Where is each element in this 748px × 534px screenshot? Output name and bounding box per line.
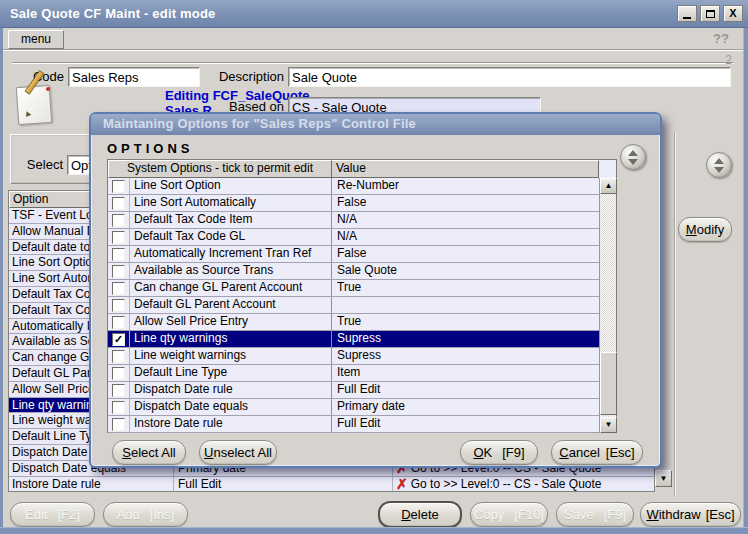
permit-edit-checkbox[interactable] [112,197,125,210]
record-spinner-button[interactable] [706,152,732,178]
option-row[interactable]: Automatically Increment Tran Ref False [108,246,599,263]
close-icon: X [729,8,736,19]
option-row[interactable]: Allow Sell Price Entry True [108,314,599,331]
checkbox-cell [108,195,130,211]
option-row[interactable]: Default Line Type Item [108,365,599,382]
option-row[interactable]: Default Tax Code GL N/A [108,229,599,246]
permit-edit-checkbox[interactable] [112,265,125,278]
edit-button[interactable]: Edit[F2] [10,502,95,527]
permit-edit-checkbox[interactable]: ✓ [112,333,125,346]
option-row[interactable]: Dispatch Date rule Full Edit [108,382,599,399]
add-button[interactable]: Add[Ins] [103,502,188,527]
permit-edit-checkbox[interactable] [112,384,125,397]
option-row[interactable]: Line Sort Automatically False [108,195,599,212]
option-value-cell: True [332,280,599,296]
spin-up-icon [628,150,638,156]
minimize-button[interactable] [677,5,697,22]
delete-button[interactable]: Delete [378,501,462,528]
value-column-header[interactable]: Value [332,160,599,178]
form-panel-border [12,62,734,63]
option-row[interactable]: Available as Source Trans Sale Quote [108,263,599,280]
option-name-cell: Available as Source Trans [130,263,332,279]
option-value-cell: False [332,195,599,211]
option-value-cell: Re-Number [332,178,599,194]
dialog-title-bar[interactable]: Maintaning Options for "Sales Reps" Cont… [91,114,660,135]
permit-edit-checkbox[interactable] [112,180,125,193]
permit-edit-checkbox[interactable] [112,299,125,312]
select-all-button[interactable]: Select All [112,440,186,465]
unselect-all-button[interactable]: Unselect All [199,440,277,465]
table-row[interactable]: Instore Date rule Full Edit ✗ Go to >> L… [9,477,654,492]
option-name-cell: Instore Date rule [130,416,332,432]
maximize-button[interactable] [700,5,720,22]
checkbox-cell [108,348,130,364]
checkbox-cell [108,246,130,262]
option-row[interactable]: ✓ Line qty warnings Supress [108,331,599,348]
checkbox-cell [108,297,130,313]
option-value-cell: Full Edit [332,382,599,398]
permit-edit-checkbox[interactable] [112,214,125,227]
option-value-cell: True [332,314,599,330]
permit-edit-checkbox[interactable] [112,282,125,295]
option-name-cell: Line Sort Automatically [130,195,332,211]
ok-button[interactable]: OK[F9] [460,440,538,465]
withdraw-button[interactable]: Withdraw[Esc] [640,502,741,527]
option-value-cell: False [332,246,599,262]
app-window: Sale Quote CF Maint - edit mode X menu ?… [0,0,748,534]
cancel-button[interactable]: Cancel[Esc] [551,440,643,465]
window-controls: X [677,5,743,22]
option-value-cell: N/A [332,212,599,228]
window-frame-bottom [0,527,748,534]
spin-down-icon [714,167,724,173]
option-value-cell: N/A [332,229,599,245]
checkbox-cell [108,382,130,398]
option-value-cell [332,297,599,313]
option-row[interactable]: Dispatch Date equals Primary date [108,399,599,416]
permit-edit-checkbox[interactable] [112,231,125,244]
option-row[interactable]: Default GL Parent Account [108,297,599,314]
permit-edit-checkbox[interactable] [112,418,125,431]
permit-edit-checkbox[interactable] [112,401,125,414]
options-scrollbar[interactable]: ▲ ▼ [599,178,616,433]
window-title: Sale Quote CF Maint - edit mode [0,6,216,21]
scroll-up-icon[interactable]: ▲ [600,178,617,194]
permit-edit-checkbox[interactable] [112,316,125,329]
option-value-cell: Item [332,365,599,381]
option-name-cell: Automatically Increment Tran Ref [130,246,332,262]
maintain-options-dialog: Maintaning Options for "Sales Reps" Cont… [89,112,662,468]
option-value-cell: Supress [332,348,599,364]
option-name-cell: Default GL Parent Account [130,297,332,313]
goto-dropdown-button[interactable]: ▼ [655,470,672,487]
copy-button[interactable]: Copy[F10] [470,502,548,527]
checkbox-cell [108,416,130,432]
option-value-cell: Sale Quote [332,263,599,279]
option-row[interactable]: Instore Date rule Full Edit [108,416,599,433]
title-bar[interactable]: Sale Quote CF Maint - edit mode X [0,0,748,28]
option-name-cell: Allow Sell Price Entry [130,314,332,330]
scrollbar-thumb[interactable] [600,352,617,415]
checkbox-cell [108,365,130,381]
page-number: 2 [712,53,732,67]
spin-up-icon [714,158,724,164]
dialog-spinner-button[interactable] [620,144,646,170]
modify-button[interactable]: Modify [678,217,732,242]
goto-text: Go to >> Level:0 -- CS - Sale Quote [411,477,602,492]
option-value-cell: Primary date [332,399,599,415]
option-name-cell: Default Tax Code GL [130,229,332,245]
scroll-down-icon[interactable]: ▼ [600,417,617,433]
permit-edit-checkbox[interactable] [112,248,125,261]
code-input[interactable] [68,67,200,87]
system-options-column-header[interactable]: System Options - tick to permit edit [108,160,332,178]
option-row[interactable]: Can change GL Parent Account True [108,280,599,297]
options-section-header: OPTIONS [107,141,194,156]
option-row[interactable]: Default Tax Code Item N/A [108,212,599,229]
permit-edit-checkbox[interactable] [112,367,125,380]
red-x-icon: ✗ [396,478,408,490]
option-row[interactable]: Line weight warnings Supress [108,348,599,365]
permit-edit-checkbox[interactable] [112,350,125,363]
save-button[interactable]: Save[F9] [556,502,634,527]
description-input[interactable] [288,67,731,87]
menu-button[interactable]: menu [8,30,64,49]
close-button[interactable]: X [723,5,743,22]
option-row[interactable]: Line Sort Option Re-Number [108,178,599,195]
